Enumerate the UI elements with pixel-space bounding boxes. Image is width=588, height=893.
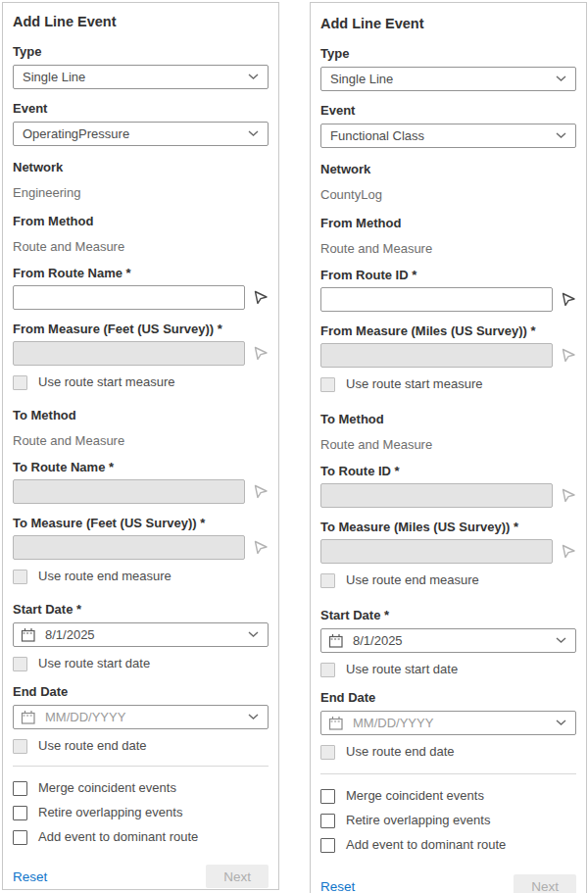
network-label: Network	[13, 160, 269, 174]
event-label: Event	[13, 101, 269, 116]
page-title: Add Line Event	[13, 14, 269, 30]
to-measure-label: To Measure (Feet (US Survey)) *	[13, 516, 269, 530]
add-event-dominant-route-row[interactable]: Add event to dominant route	[320, 837, 576, 853]
type-label: Type	[13, 44, 269, 59]
map-select-arrow-icon	[253, 483, 270, 500]
type-select[interactable]: Single Line	[13, 65, 269, 89]
use-route-start-measure-row: Use route start measure	[13, 374, 269, 390]
end-date-label: End Date	[13, 684, 269, 699]
add-event-dominant-route-checkbox[interactable]	[320, 838, 335, 853]
use-route-end-date-label: Use route end date	[346, 744, 455, 760]
retire-overlapping-events-label: Retire overlapping events	[38, 805, 182, 820]
use-route-end-date-row: Use route end date	[13, 738, 269, 754]
map-select-arrow-icon[interactable]	[561, 291, 577, 308]
network-label: Network	[320, 162, 576, 176]
reset-link[interactable]: Reset	[320, 879, 355, 893]
end-date-placeholder: MM/DD/YYYY	[45, 710, 248, 724]
chevron-down-icon	[556, 75, 566, 82]
calendar-icon	[21, 710, 36, 725]
to-route-label: To Route Name *	[13, 460, 269, 474]
use-route-start-measure-label: Use route start measure	[38, 374, 174, 390]
map-select-arrow-icon	[253, 345, 270, 362]
use-route-end-measure-row: Use route end measure	[320, 572, 576, 588]
merge-coincident-events-row[interactable]: Merge coincident events	[320, 788, 576, 804]
merge-coincident-events-checkbox[interactable]	[13, 781, 27, 796]
to-method-label: To Method	[13, 408, 269, 422]
start-date-label: Start Date *	[13, 602, 269, 617]
calendar-icon	[328, 633, 344, 649]
from-route-label: From Route ID *	[320, 268, 576, 282]
network-value: Engineering	[13, 185, 269, 200]
map-select-arrow-icon	[253, 539, 270, 556]
event-select[interactable]: Functional Class	[320, 124, 576, 148]
use-route-start-measure-label: Use route start measure	[346, 376, 482, 392]
map-select-arrow-icon	[561, 487, 577, 504]
end-date-placeholder: MM/DD/YYYY	[353, 716, 556, 730]
use-route-start-date-checkbox	[13, 657, 27, 671]
use-route-start-measure-checkbox	[320, 377, 335, 392]
to-measure-input	[320, 539, 553, 564]
options-divider	[320, 773, 576, 774]
event-label: Event	[320, 103, 576, 118]
retire-overlapping-events-row[interactable]: Retire overlapping events	[13, 805, 269, 820]
retire-overlapping-events-row[interactable]: Retire overlapping events	[320, 813, 576, 828]
from-route-label: From Route Name *	[13, 266, 269, 280]
merge-coincident-events-label: Merge coincident events	[38, 780, 176, 796]
merge-coincident-events-row[interactable]: Merge coincident events	[13, 780, 269, 796]
from-method-value: Route and Measure	[320, 241, 576, 256]
page-title: Add Line Event	[320, 16, 576, 32]
retire-overlapping-events-checkbox[interactable]	[13, 806, 27, 820]
start-date-label: Start Date *	[320, 608, 576, 622]
event-select-value: OperatingPressure	[23, 126, 248, 141]
end-date-picker[interactable]: MM/DD/YYYY	[13, 705, 269, 729]
from-measure-input	[13, 341, 245, 366]
use-route-start-date-row: Use route start date	[13, 656, 269, 671]
type-select-value: Single Line	[330, 72, 556, 86]
add-event-dominant-route-checkbox[interactable]	[13, 830, 27, 845]
from-route-input[interactable]	[13, 285, 245, 310]
type-select-value: Single Line	[23, 70, 248, 84]
map-select-arrow-icon[interactable]	[253, 289, 270, 306]
start-date-picker[interactable]: 8/1/2025	[320, 628, 576, 653]
retire-overlapping-events-checkbox[interactable]	[320, 814, 335, 828]
merge-coincident-events-checkbox[interactable]	[320, 789, 335, 804]
start-date-picker[interactable]: 8/1/2025	[13, 622, 269, 647]
to-measure-label: To Measure (Miles (US Survey)) *	[320, 520, 576, 534]
calendar-icon	[21, 627, 36, 643]
add-event-dominant-route-label: Add event to dominant route	[346, 837, 506, 853]
from-measure-input	[320, 343, 553, 368]
from-measure-label: From Measure (Feet (US Survey)) *	[13, 322, 269, 336]
chevron-down-icon	[248, 130, 259, 137]
merge-coincident-events-label: Merge coincident events	[346, 788, 484, 804]
use-route-end-date-row: Use route end date	[320, 744, 576, 760]
reset-link[interactable]: Reset	[13, 869, 47, 884]
map-select-arrow-icon	[561, 347, 577, 364]
use-route-end-measure-label: Use route end measure	[38, 569, 172, 584]
next-button: Next	[514, 874, 576, 893]
from-method-label: From Method	[320, 216, 576, 230]
from-method-value: Route and Measure	[13, 239, 269, 254]
end-date-picker[interactable]: MM/DD/YYYY	[320, 711, 576, 735]
use-route-end-date-label: Use route end date	[38, 738, 147, 754]
to-route-input	[13, 479, 245, 504]
from-measure-label: From Measure (Miles (US Survey)) *	[320, 323, 576, 338]
use-route-start-measure-row: Use route start measure	[320, 376, 576, 392]
chevron-down-icon	[556, 132, 566, 139]
start-date-value: 8/1/2025	[353, 633, 556, 648]
retire-overlapping-events-label: Retire overlapping events	[346, 813, 490, 828]
from-method-label: From Method	[13, 214, 269, 228]
use-route-start-date-checkbox	[320, 663, 335, 677]
event-select[interactable]: OperatingPressure	[13, 122, 269, 146]
chevron-down-icon	[248, 74, 259, 80]
use-route-start-date-label: Use route start date	[38, 656, 150, 671]
use-route-end-measure-row: Use route end measure	[13, 569, 269, 584]
add-line-event-panel-right: Add Line Event Type Single Line Event Fu…	[310, 2, 587, 893]
type-select[interactable]: Single Line	[320, 67, 576, 91]
from-route-input[interactable]	[320, 287, 553, 312]
to-method-label: To Method	[320, 412, 576, 426]
to-route-input	[320, 483, 553, 508]
add-event-dominant-route-row[interactable]: Add event to dominant route	[13, 829, 269, 845]
to-route-label: To Route ID *	[320, 464, 576, 478]
options-divider	[13, 766, 269, 767]
event-select-value: Functional Class	[330, 128, 556, 143]
